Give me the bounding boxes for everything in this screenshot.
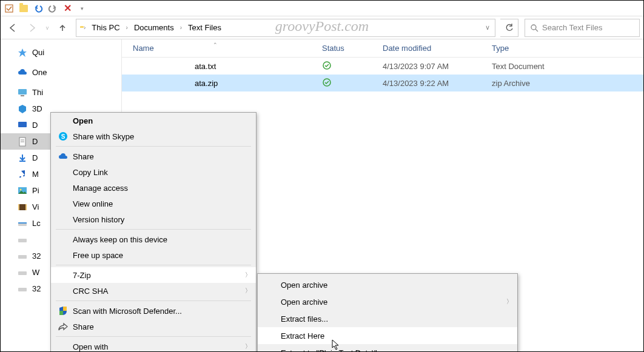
redo-icon[interactable] bbox=[48, 4, 58, 13]
menu-version-history[interactable]: Version history bbox=[51, 211, 256, 227]
submenu-arrow-icon: 〉 bbox=[245, 342, 251, 351]
download-icon bbox=[18, 153, 27, 163]
cloud-icon bbox=[18, 68, 27, 78]
search-input[interactable]: Search Text Files bbox=[525, 19, 640, 37]
breadcrumb-textfiles[interactable]: Text Files bbox=[186, 22, 224, 33]
svg-text:S: S bbox=[61, 133, 65, 140]
submenu-extract-files[interactable]: Extract files... bbox=[258, 310, 517, 327]
star-icon bbox=[18, 48, 27, 58]
delete-icon[interactable]: ✕ bbox=[62, 4, 72, 13]
quick-access-toolbar: ✕ ▾ bbox=[1, 1, 643, 16]
chevron-right-icon[interactable]: › bbox=[179, 24, 183, 31]
svg-rect-17 bbox=[18, 239, 27, 242]
svg-rect-16 bbox=[18, 222, 27, 224]
monitor-icon bbox=[18, 121, 27, 130]
breadcrumb-documents[interactable]: Documents bbox=[132, 22, 176, 33]
svg-point-1 bbox=[531, 25, 536, 30]
submenu-arrow-icon: 〉 bbox=[245, 271, 251, 279]
svg-rect-3 bbox=[18, 89, 27, 95]
col-status[interactable]: Status bbox=[322, 44, 383, 53]
refresh-button[interactable] bbox=[500, 19, 518, 37]
menu-view-online[interactable]: View online bbox=[51, 196, 256, 211]
svg-line-2 bbox=[535, 29, 538, 32]
folder-icon bbox=[19, 4, 29, 13]
menu-manage-access[interactable]: Manage access bbox=[51, 180, 256, 196]
file-date: 4/13/2023 9:22 AM bbox=[383, 79, 492, 88]
up-button[interactable] bbox=[54, 19, 71, 36]
sidebar-item-quickaccess[interactable]: Qui bbox=[1, 44, 121, 61]
menu-defender[interactable]: Scan with Microsoft Defender... bbox=[51, 303, 256, 319]
cube-icon bbox=[18, 104, 27, 114]
qat-dropdown-icon[interactable]: ▾ bbox=[77, 4, 87, 13]
file-row[interactable]: ata.zip 4/13/2023 9:22 AM zip Archive bbox=[122, 75, 643, 91]
drive-icon bbox=[18, 219, 27, 228]
col-name[interactable]: Name⌃ bbox=[122, 44, 322, 53]
address-bar[interactable]: › This PC › Documents › Text Files ∨ bbox=[76, 19, 495, 37]
skype-icon: S bbox=[57, 131, 69, 141]
submenu-7zip: Open archive Open archive〉 Extract files… bbox=[257, 273, 518, 351]
svg-rect-20 bbox=[18, 288, 27, 291]
submenu-arrow-icon: 〉 bbox=[245, 287, 251, 295]
app-icon bbox=[4, 4, 14, 13]
submenu-open-archive-sub[interactable]: Open archive〉 bbox=[258, 293, 517, 310]
back-button[interactable] bbox=[4, 19, 21, 36]
svg-rect-5 bbox=[18, 122, 27, 127]
drive-icon bbox=[18, 235, 27, 245]
pc-icon bbox=[18, 88, 27, 98]
explorer-window: ✕ ▾ groovyPost.com v › This PC › Documen… bbox=[0, 0, 644, 352]
drive-icon bbox=[18, 251, 27, 261]
sidebar-item-onedrive[interactable]: One bbox=[1, 64, 121, 81]
sort-indicator-icon: ⌃ bbox=[213, 42, 218, 48]
file-type: zip Archive bbox=[492, 79, 643, 88]
status-synced-icon bbox=[322, 61, 332, 70]
svg-rect-4 bbox=[21, 95, 24, 96]
chevron-right-icon[interactable]: › bbox=[125, 24, 129, 31]
svg-rect-18 bbox=[18, 255, 27, 259]
recent-dropdown[interactable]: v bbox=[43, 19, 52, 36]
menu-skype[interactable]: SShare with Skype bbox=[51, 128, 256, 144]
breadcrumb-thispc[interactable]: This PC bbox=[89, 22, 122, 33]
col-date[interactable]: Date modified bbox=[383, 44, 492, 53]
file-date: 4/13/2023 9:07 AM bbox=[383, 62, 492, 71]
explorer-body: Qui One Thi 3D D D D M Pi Vi Lc 32 W 32 … bbox=[1, 39, 643, 351]
drive-icon bbox=[18, 268, 27, 277]
undo-icon[interactable] bbox=[33, 4, 43, 13]
menu-open[interactable]: Open bbox=[51, 113, 256, 128]
menu-openwith[interactable]: Open with〉 bbox=[51, 339, 256, 351]
menu-freeup[interactable]: Free up space bbox=[51, 247, 256, 263]
submenu-extract-to[interactable]: Extract to "Plain Text Data\" bbox=[258, 344, 517, 351]
search-placeholder: Search Text Files bbox=[542, 23, 602, 32]
svg-rect-25 bbox=[63, 307, 67, 311]
file-row[interactable]: ata.txt 4/13/2023 9:07 AM Text Document bbox=[122, 58, 643, 75]
menu-share[interactable]: Share bbox=[51, 319, 256, 334]
share-icon bbox=[57, 322, 69, 331]
svg-point-11 bbox=[20, 188, 22, 190]
forward-button[interactable] bbox=[24, 19, 41, 36]
cloud-icon bbox=[57, 151, 69, 161]
submenu-arrow-icon: 〉 bbox=[506, 297, 512, 306]
search-icon bbox=[530, 24, 538, 32]
menu-7zip[interactable]: 7-Zip〉 bbox=[51, 267, 256, 283]
submenu-open-archive[interactable]: Open archive bbox=[258, 276, 517, 293]
music-icon bbox=[18, 170, 27, 179]
shield-icon bbox=[57, 306, 69, 316]
menu-always-keep[interactable]: Always keep on this device bbox=[51, 231, 256, 247]
nav-bar: v › This PC › Documents › Text Files ∨ S… bbox=[1, 16, 643, 39]
address-dropdown-icon[interactable]: ∨ bbox=[484, 24, 491, 32]
document-icon bbox=[18, 137, 27, 147]
status-synced-icon bbox=[322, 78, 332, 87]
drive-icon bbox=[18, 284, 27, 294]
col-type[interactable]: Type bbox=[492, 44, 643, 53]
menu-crcsha[interactable]: CRC SHA〉 bbox=[51, 283, 256, 299]
menu-copylink[interactable]: Copy Link bbox=[51, 164, 256, 180]
svg-rect-19 bbox=[18, 271, 27, 275]
svg-rect-0 bbox=[5, 5, 13, 12]
svg-rect-26 bbox=[59, 311, 63, 315]
menu-share-cloud[interactable]: Share bbox=[51, 148, 256, 164]
file-type: Text Document bbox=[492, 62, 643, 71]
chevron-right-icon[interactable]: › bbox=[82, 24, 87, 31]
picture-icon bbox=[18, 186, 27, 196]
submenu-extract-here[interactable]: Extract Here bbox=[258, 327, 517, 344]
sidebar-item-thispc[interactable]: Thi bbox=[1, 84, 121, 101]
column-headers: Name⌃ Status Date modified Type bbox=[122, 39, 643, 58]
